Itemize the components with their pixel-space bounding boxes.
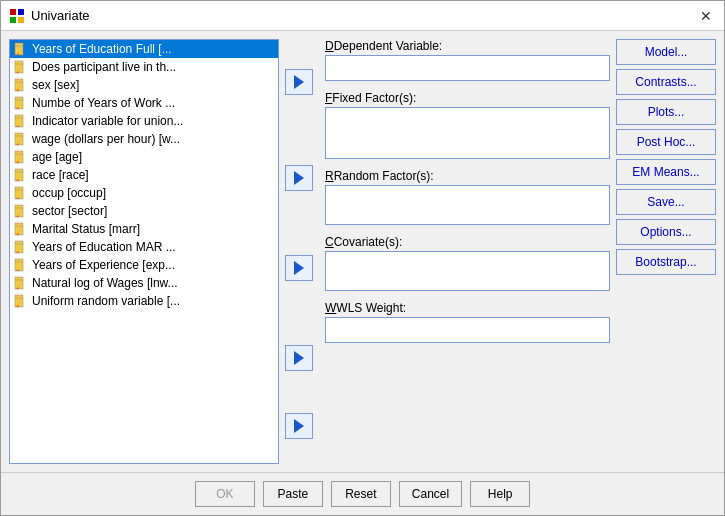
- save-button[interactable]: Save...: [616, 189, 716, 215]
- list-item[interactable]: age [age]: [10, 148, 278, 166]
- list-item[interactable]: occup [occup]: [10, 184, 278, 202]
- univariate-dialog: Univariate ✕ Years of Education Full [..…: [0, 0, 725, 516]
- list-item[interactable]: Numbe of Years of Work ...: [10, 94, 278, 112]
- list-item[interactable]: Marital Status [marr]: [10, 220, 278, 238]
- list-item[interactable]: Natural log of Wages [lnw...: [10, 274, 278, 292]
- arrow-section-covariate: [285, 345, 319, 371]
- bottom-bar: OK Paste Reset Cancel Help: [1, 472, 724, 515]
- random-factor-input[interactable]: [325, 185, 610, 225]
- fixed-factor-label: FFixed Factor(s):: [325, 91, 610, 105]
- variable-icon: [14, 168, 28, 182]
- dependent-variable-label: DDependent Variable:: [325, 39, 610, 53]
- list-item[interactable]: sex [sex]: [10, 76, 278, 94]
- variable-icon: [14, 240, 28, 254]
- arrow-fixed-button[interactable]: [285, 165, 313, 191]
- wls-group: WWLS Weight:: [325, 301, 610, 343]
- random-factor-label: RRandom Factor(s):: [325, 169, 610, 183]
- list-item-label: Does participant live in th...: [32, 60, 176, 74]
- plots-button[interactable]: Plots...: [616, 99, 716, 125]
- variable-icon: [14, 96, 28, 110]
- list-item[interactable]: sector [sector]: [10, 202, 278, 220]
- arrow-right-icon-5: [294, 419, 304, 433]
- app-icon: [9, 8, 25, 24]
- arrow-covariate-button[interactable]: [285, 345, 313, 371]
- variable-icon: [14, 294, 28, 308]
- variable-icon: [14, 114, 28, 128]
- options-button[interactable]: Options...: [616, 219, 716, 245]
- variable-list[interactable]: Years of Education Full [...Does partici…: [10, 40, 278, 463]
- svg-rect-2: [10, 17, 16, 23]
- list-item-label: occup [occup]: [32, 186, 106, 200]
- arrow-wls-button[interactable]: [285, 413, 313, 439]
- paste-button[interactable]: Paste: [263, 481, 323, 507]
- arrow-right-icon-2: [294, 171, 304, 185]
- list-item-label: Years of Education MAR ...: [32, 240, 176, 254]
- wls-label: WWLS Weight:: [325, 301, 610, 315]
- em-means-button[interactable]: EM Means...: [616, 159, 716, 185]
- list-item[interactable]: wage (dollars per hour) [w...: [10, 130, 278, 148]
- variable-icon: [14, 132, 28, 146]
- variable-icon: [14, 42, 28, 56]
- list-item[interactable]: Uniform random variable [...: [10, 292, 278, 310]
- variable-icon: [14, 150, 28, 164]
- random-factor-group: RRandom Factor(s):: [325, 169, 610, 225]
- list-item[interactable]: Indicator variable for union...: [10, 112, 278, 130]
- svg-rect-1: [18, 9, 24, 15]
- list-item-label: Natural log of Wages [lnw...: [32, 276, 178, 290]
- arrow-section-wls: [285, 413, 319, 439]
- arrow-section-fixed: [285, 165, 319, 191]
- dependent-variable-group: DDependent Variable:: [325, 39, 610, 81]
- variable-icon: [14, 186, 28, 200]
- variable-list-panel: Years of Education Full [...Does partici…: [9, 39, 279, 464]
- middle-panel: DDependent Variable: FFixed Factor(s): R…: [325, 39, 610, 464]
- list-item[interactable]: Does participant live in th...: [10, 58, 278, 76]
- reset-button[interactable]: Reset: [331, 481, 391, 507]
- fixed-factor-group: FFixed Factor(s):: [325, 91, 610, 159]
- title-bar-left: Univariate: [9, 8, 90, 24]
- dialog-body: Years of Education Full [...Does partici…: [1, 31, 724, 472]
- variable-icon: [14, 60, 28, 74]
- variable-icon: [14, 78, 28, 92]
- list-item-label: race [race]: [32, 168, 89, 182]
- arrow-right-icon-4: [294, 351, 304, 365]
- close-button[interactable]: ✕: [696, 6, 716, 26]
- list-item[interactable]: Years of Education Full [...: [10, 40, 278, 58]
- cancel-button[interactable]: Cancel: [399, 481, 462, 507]
- wls-input[interactable]: [325, 317, 610, 343]
- dependent-variable-input[interactable]: [325, 55, 610, 81]
- variable-icon: [14, 276, 28, 290]
- list-item-label: sex [sex]: [32, 78, 79, 92]
- list-item-label: age [age]: [32, 150, 82, 164]
- model-button[interactable]: Model...: [616, 39, 716, 65]
- post-hoc-button[interactable]: Post Hoc...: [616, 129, 716, 155]
- bootstrap-button[interactable]: Bootstrap...: [616, 249, 716, 275]
- list-item-label: Numbe of Years of Work ...: [32, 96, 175, 110]
- dialog-title: Univariate: [31, 8, 90, 23]
- list-item-label: Years of Education Full [...: [32, 42, 172, 56]
- svg-rect-0: [10, 9, 16, 15]
- list-item[interactable]: Years of Education MAR ...: [10, 238, 278, 256]
- ok-button[interactable]: OK: [195, 481, 255, 507]
- variable-icon: [14, 204, 28, 218]
- list-item-label: Uniform random variable [...: [32, 294, 180, 308]
- arrow-random-button[interactable]: [285, 255, 313, 281]
- arrow-right-icon-3: [294, 261, 304, 275]
- svg-rect-3: [18, 17, 24, 23]
- arrow-section-random: [285, 255, 319, 281]
- right-buttons-panel: Model... Contrasts... Plots... Post Hoc.…: [616, 39, 716, 464]
- list-item-label: Years of Experience [exp...: [32, 258, 175, 272]
- list-item[interactable]: race [race]: [10, 166, 278, 184]
- list-item-label: Indicator variable for union...: [32, 114, 183, 128]
- list-item-label: sector [sector]: [32, 204, 107, 218]
- arrow-dependent-button[interactable]: [285, 69, 313, 95]
- arrow-section-dependent: [285, 69, 319, 95]
- list-item-label: Marital Status [marr]: [32, 222, 140, 236]
- variable-icon: [14, 222, 28, 236]
- contrasts-button[interactable]: Contrasts...: [616, 69, 716, 95]
- covariate-group: CCovariate(s):: [325, 235, 610, 291]
- list-item[interactable]: Years of Experience [exp...: [10, 256, 278, 274]
- help-button[interactable]: Help: [470, 481, 530, 507]
- fixed-factor-input[interactable]: [325, 107, 610, 159]
- covariate-input[interactable]: [325, 251, 610, 291]
- covariate-label: CCovariate(s):: [325, 235, 610, 249]
